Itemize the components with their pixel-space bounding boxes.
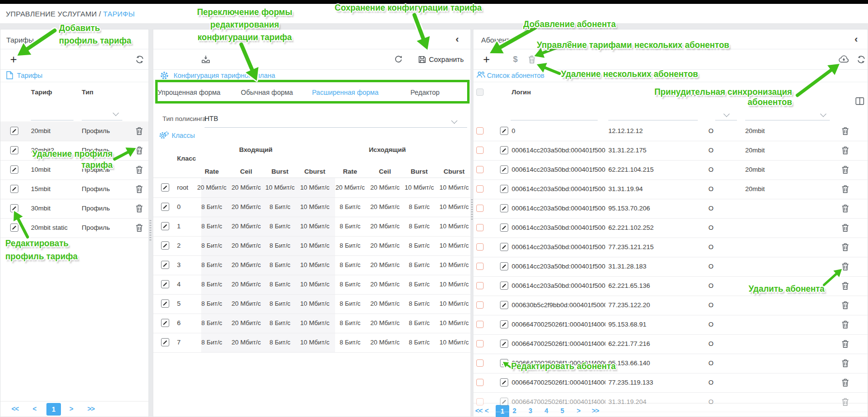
edit-class-icon[interactable]	[161, 203, 169, 211]
edit-subscriber-icon[interactable]	[500, 282, 508, 290]
edit-subscriber-icon[interactable]	[500, 340, 508, 348]
edit-class-icon[interactable]	[161, 222, 169, 230]
delete-tariff-icon[interactable]	[135, 204, 143, 213]
edit-tariff-icon[interactable]	[10, 223, 18, 232]
tariff-filter-input[interactable]	[31, 119, 74, 120]
pagination-next[interactable]: >	[65, 405, 77, 413]
edit-subscriber-icon[interactable]	[500, 262, 508, 270]
select-subscriber-checkbox[interactable]	[476, 185, 484, 193]
select-subscriber-checkbox[interactable]	[476, 147, 484, 154]
edit-class-icon[interactable]	[161, 183, 169, 192]
edit-subscriber-icon[interactable]	[500, 185, 508, 193]
delete-tariff-icon[interactable]	[135, 165, 143, 174]
delete-subscriber-icon[interactable]	[841, 223, 849, 232]
select-all-checkbox[interactable]	[476, 89, 484, 96]
type-filter-chevron-icon[interactable]	[113, 110, 119, 116]
pagination-prev[interactable]: <	[29, 405, 40, 413]
select-subscriber-checkbox[interactable]	[476, 243, 484, 251]
policing-type-value[interactable]: HTB	[205, 115, 218, 122]
status-filter-select[interactable]	[715, 119, 737, 120]
collapse-subscribers-panel-icon[interactable]: ‹	[854, 33, 858, 44]
tariffs-section-label[interactable]: Тарифы	[17, 72, 43, 79]
edit-subscriber-icon[interactable]	[500, 398, 508, 406]
refresh-subscribers-icon[interactable]	[856, 49, 866, 69]
edit-tariff-icon[interactable]	[10, 185, 18, 193]
delete-subscriber-icon[interactable]	[841, 378, 849, 387]
edit-class-icon[interactable]	[161, 280, 169, 288]
tab-1[interactable]: Упрощенная форма	[158, 89, 221, 96]
login-filter-input[interactable]	[511, 119, 598, 120]
pagination-first[interactable]: <<	[9, 405, 21, 413]
delete-subscriber-icon[interactable]	[841, 359, 849, 368]
edit-subscriber-icon[interactable]	[500, 223, 508, 232]
select-subscriber-checkbox[interactable]	[476, 359, 484, 367]
delete-subscribers-icon[interactable]	[528, 49, 536, 69]
select-subscriber-checkbox[interactable]	[476, 282, 484, 289]
edit-subscriber-icon[interactable]	[500, 243, 508, 251]
column-header-login[interactable]: Логин	[512, 89, 531, 96]
tariff-filter-chevron-icon[interactable]	[820, 111, 826, 117]
column-header-type[interactable]: Тип	[82, 89, 93, 96]
policing-select-chevron-icon[interactable]	[451, 118, 457, 124]
delete-tariff-icon[interactable]	[135, 185, 143, 194]
add-subscriber-button[interactable]: +	[483, 49, 490, 69]
delete-subscriber-icon[interactable]	[841, 165, 849, 174]
config-section-label[interactable]: Конфигурация тарифного плана	[174, 72, 275, 79]
delete-subscriber-icon[interactable]	[841, 398, 849, 406]
subscribers-section-label[interactable]: Список абонентов	[487, 72, 544, 79]
edit-subscriber-icon[interactable]	[500, 378, 508, 387]
select-subscriber-checkbox[interactable]	[476, 340, 484, 347]
breadcrumb-root[interactable]: УПРАВЛЕНИЕ УСЛУГАМИ	[6, 10, 97, 18]
save-config-button[interactable]: Сохранить	[418, 49, 464, 69]
delete-subscriber-icon[interactable]	[841, 127, 849, 135]
manage-tariffs-button[interactable]: $	[513, 49, 517, 69]
tab-4[interactable]: Редактор	[411, 89, 440, 96]
select-subscriber-checkbox[interactable]	[476, 321, 484, 328]
type-filter-select[interactable]	[82, 119, 122, 120]
delete-subscriber-icon[interactable]	[841, 320, 849, 329]
select-subscriber-checkbox[interactable]	[476, 398, 484, 405]
select-subscriber-checkbox[interactable]	[476, 205, 484, 212]
tab-3[interactable]: Расширенная форма	[312, 89, 379, 96]
panel-resize-handle[interactable]	[149, 220, 151, 241]
pagination-page-1[interactable]: 1	[46, 403, 61, 416]
delete-tariff-icon[interactable]	[135, 146, 143, 155]
edit-subscriber-icon[interactable]	[500, 127, 508, 135]
delete-subscriber-icon[interactable]	[841, 301, 849, 310]
select-subscriber-checkbox[interactable]	[476, 301, 484, 309]
delete-subscriber-icon[interactable]	[841, 262, 849, 271]
cloud-sync-icon[interactable]	[838, 49, 850, 69]
tab-2[interactable]: Обычная форма	[241, 89, 293, 96]
select-subscriber-checkbox[interactable]	[476, 263, 484, 270]
export-config-icon[interactable]	[201, 49, 210, 69]
table-columns-icon[interactable]	[855, 97, 864, 105]
status-filter-chevron-icon[interactable]	[723, 111, 730, 117]
refresh-tariffs-icon[interactable]	[135, 49, 145, 69]
column-header-tariff[interactable]: Тариф	[31, 89, 52, 96]
edit-subscriber-icon[interactable]	[500, 146, 508, 154]
select-subscriber-checkbox[interactable]	[476, 127, 484, 134]
edit-class-icon[interactable]	[161, 261, 169, 269]
edit-class-icon[interactable]	[161, 319, 169, 327]
delete-subscriber-icon[interactable]	[841, 282, 849, 290]
edit-subscriber-icon[interactable]	[500, 165, 508, 174]
pagination-last[interactable]: >>	[84, 405, 98, 413]
delete-tariff-icon[interactable]	[135, 127, 143, 135]
delete-tariff-icon[interactable]	[135, 223, 143, 232]
edit-class-icon[interactable]	[161, 299, 169, 308]
select-subscriber-checkbox[interactable]	[476, 379, 484, 386]
delete-subscriber-icon[interactable]	[841, 340, 849, 348]
collapse-config-panel-icon[interactable]: ‹	[456, 33, 459, 44]
edit-tariff-icon[interactable]	[10, 204, 18, 212]
delete-subscriber-icon[interactable]	[841, 204, 849, 213]
delete-subscriber-icon[interactable]	[841, 243, 849, 252]
edit-class-icon[interactable]	[161, 338, 169, 346]
delete-subscriber-icon[interactable]	[841, 146, 849, 155]
tariff-filter-select[interactable]	[745, 119, 830, 120]
edit-subscriber-icon[interactable]	[500, 204, 508, 212]
delete-subscriber-icon[interactable]	[841, 185, 849, 194]
edit-subscriber-icon[interactable]	[500, 359, 508, 367]
edit-tariff-icon[interactable]	[10, 146, 18, 154]
edit-subscriber-icon[interactable]	[500, 320, 508, 328]
edit-subscriber-icon[interactable]	[500, 301, 508, 309]
